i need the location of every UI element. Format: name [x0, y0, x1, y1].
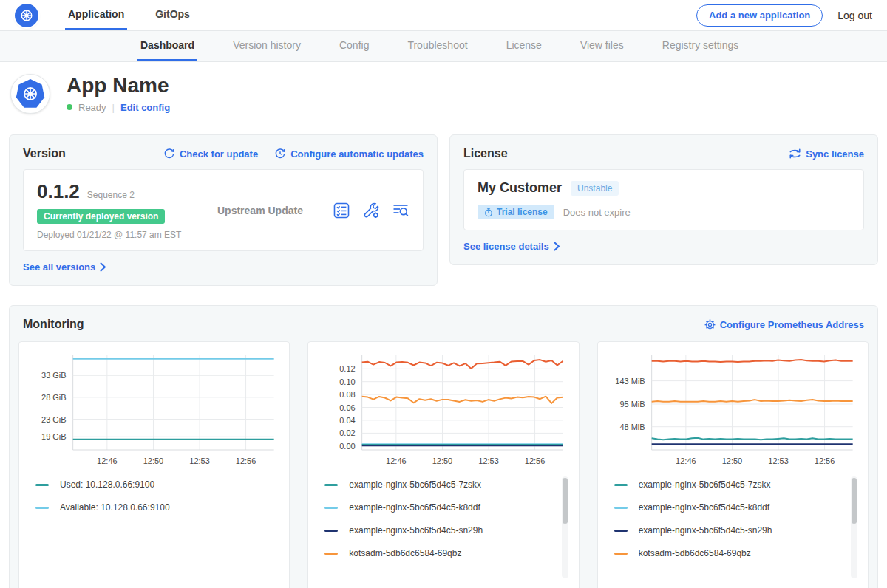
tab-view-files[interactable]: View files	[577, 31, 627, 61]
sync-license-link[interactable]: Sync license	[789, 148, 864, 160]
legend-color-dash	[324, 507, 338, 509]
edit-config-link[interactable]: Edit config	[120, 102, 170, 113]
version-number: 0.1.2	[37, 180, 80, 203]
customer-name: My Customer	[478, 180, 562, 196]
chevron-right-icon	[100, 262, 106, 272]
tab-license-label: License	[506, 39, 542, 51]
deployed-timestamp: Deployed 01/21/22 @ 11:57 am EST	[37, 230, 208, 240]
legend-item: kotsadm-5db6dc6584-69qbz	[614, 548, 844, 558]
see-license-details-link[interactable]: See license details	[463, 241, 560, 252]
tab-dashboard[interactable]: Dashboard	[137, 31, 197, 61]
svg-text:0.06: 0.06	[340, 403, 356, 412]
legend-color-dash	[614, 507, 628, 509]
svg-text:0.12: 0.12	[340, 364, 356, 373]
see-all-versions-link[interactable]: See all versions	[23, 261, 106, 273]
cpu-usage-chart: 12:4612:5012:5312:560.000.020.040.060.08…	[317, 349, 569, 475]
view-logs-icon[interactable]	[392, 202, 409, 219]
legend-item: kotsadm-5db6dc6584-69qbz	[324, 548, 554, 558]
currently-deployed-badge: Currently deployed version	[37, 209, 165, 224]
legend-item: example-nginx-5bc6f5d4c5-7zskx	[614, 479, 844, 490]
preflight-checklist-icon[interactable]	[333, 202, 350, 219]
tab-config[interactable]: Config	[336, 31, 372, 61]
add-new-application-button[interactable]: Add a new application	[696, 4, 823, 27]
disk-usage-chart: 12:4612:5012:5312:5619 GiB23 GiB28 GiB33…	[28, 349, 280, 475]
legend-label: example-nginx-5bc6f5d4c5-7zskx	[349, 479, 481, 490]
svg-text:12:50: 12:50	[721, 457, 742, 465]
legend-item: example-nginx-5bc6f5d4c5-7zskx	[324, 479, 554, 490]
license-card: License Sync license My Customer Unstabl…	[449, 134, 878, 265]
sync-arrows-icon	[789, 148, 801, 159]
legend-item: example-nginx-5bc6f5d4c5-k8ddf	[614, 502, 844, 513]
svg-text:143 MiB: 143 MiB	[615, 377, 645, 386]
legend-color-dash	[324, 553, 338, 555]
svg-text:12:56: 12:56	[525, 457, 546, 465]
sync-license-label: Sync license	[806, 148, 864, 160]
memory-usage-chart: 12:4612:5012:5312:5648 MiB95 MiB143 MiB	[607, 349, 859, 475]
svg-text:12:53: 12:53	[189, 457, 210, 465]
disk-usage-legend: Used: 10.128.0.66:9100Available: 10.128.…	[28, 475, 280, 583]
config-wrench-icon[interactable]	[362, 202, 380, 219]
auto-update-clock-icon	[274, 148, 286, 160]
legend-label: kotsadm-5db6dc6584-69qbz	[349, 548, 461, 558]
svg-text:0.02: 0.02	[340, 428, 356, 437]
page-title: App Name	[67, 75, 170, 98]
app-avatar	[10, 74, 50, 114]
svg-text:0.04: 0.04	[340, 416, 356, 425]
tab-troubleshoot-label: Troubleshoot	[407, 39, 467, 51]
dashboard-cards-row: Version Check for update	[9, 134, 878, 286]
current-version-row: 0.1.2 Sequence 2 Currently deployed vers…	[23, 169, 424, 251]
license-summary-row: My Customer Unstable Trial license Does …	[463, 169, 864, 230]
tab-troubleshoot[interactable]: Troubleshoot	[404, 31, 470, 61]
configure-prometheus-link[interactable]: Configure Prometheus Address	[704, 319, 864, 330]
svg-text:0.00: 0.00	[340, 442, 356, 451]
brand-logo[interactable]	[15, 0, 38, 30]
svg-text:12:53: 12:53	[479, 457, 500, 465]
tab-application[interactable]: Application	[65, 0, 127, 30]
see-all-versions-label: See all versions	[23, 261, 95, 273]
tab-version-history[interactable]: Version history	[230, 31, 304, 61]
trial-license-badge: Trial license	[478, 205, 554, 219]
legend-color-dash	[614, 530, 628, 532]
legend-label: Available: 10.128.0.66:9100	[60, 502, 170, 513]
legend-scrollbar[interactable]	[851, 476, 857, 578]
disk-usage-card: 12:4612:5012:5312:5619 GiB23 GiB28 GiB33…	[18, 341, 290, 588]
svg-text:12:50: 12:50	[143, 457, 164, 465]
legend-item: Available: 10.128.0.66:9100	[35, 502, 265, 513]
svg-text:12:56: 12:56	[814, 457, 835, 465]
svg-text:12:46: 12:46	[386, 457, 407, 465]
svg-text:12:46: 12:46	[676, 457, 696, 465]
legend-label: example-nginx-5bc6f5d4c5-sn29h	[349, 525, 483, 536]
top-nav-tabs: Application GitOps	[65, 0, 218, 30]
legend-item: example-nginx-5bc6f5d4c5-sn29h	[614, 525, 844, 536]
legend-color-dash	[35, 484, 49, 486]
legend-scrollbar[interactable]	[562, 476, 568, 578]
legend-scrollbar-thumb[interactable]	[852, 478, 857, 524]
channel-badge: Unstable	[571, 181, 619, 196]
tab-license[interactable]: License	[503, 31, 545, 61]
tab-version-history-label: Version history	[233, 39, 301, 51]
tab-gitops-label: GitOps	[155, 8, 190, 20]
trial-license-label: Trial license	[497, 207, 548, 217]
configure-automatic-updates-link[interactable]: Configure automatic updates	[274, 148, 424, 160]
cpu-usage-legend: example-nginx-5bc6f5d4c5-7zskxexample-ng…	[317, 475, 569, 583]
legend-color-dash	[614, 484, 628, 486]
svg-text:28 GiB: 28 GiB	[41, 393, 67, 402]
legend-item: example-nginx-5bc6f5d4c5-k8ddf	[324, 502, 554, 513]
logout-link[interactable]: Log out	[837, 10, 872, 21]
version-card-title: Version	[23, 147, 66, 160]
tab-gitops[interactable]: GitOps	[152, 0, 193, 30]
svg-text:48 MiB: 48 MiB	[619, 423, 645, 431]
gear-icon	[704, 319, 716, 330]
legend-scrollbar-thumb[interactable]	[563, 478, 568, 524]
tab-registry-settings-label: Registry settings	[662, 39, 738, 51]
kubernetes-logo-icon	[15, 4, 38, 27]
svg-text:19 GiB: 19 GiB	[41, 432, 67, 441]
tab-registry-settings[interactable]: Registry settings	[659, 31, 741, 61]
monitoring-section: Monitoring Configure Prometheus Address	[9, 305, 878, 588]
check-for-update-link[interactable]: Check for update	[163, 148, 258, 160]
status-label: Ready	[78, 102, 106, 113]
stopwatch-icon	[484, 208, 493, 217]
svg-text:23 GiB: 23 GiB	[41, 415, 67, 424]
legend-color-dash	[324, 530, 338, 532]
monitoring-title: Monitoring	[23, 318, 84, 331]
